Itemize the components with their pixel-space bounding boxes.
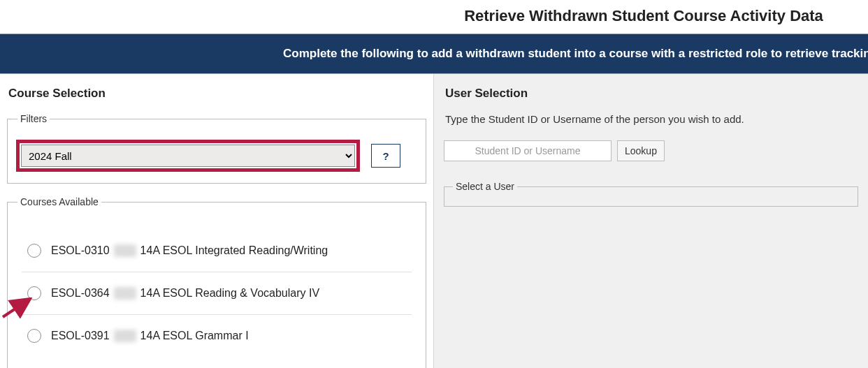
filters-fieldset: Filters 2024 Fall ?	[7, 113, 426, 184]
question-icon: ?	[382, 150, 389, 162]
course-list: ESOL-0310 14A ESOL Integrated Reading/Wr…	[16, 230, 417, 357]
select-user-fieldset: Select a User	[444, 181, 858, 207]
course-selection-panel: Course Selection Filters 2024 Fall ? Cou…	[0, 74, 433, 368]
student-id-input[interactable]	[444, 140, 612, 161]
page-title: Retrieve Withdrawn Student Course Activi…	[419, 0, 868, 34]
term-select[interactable]: 2024 Fall	[21, 145, 355, 167]
course-code: ESOL-0364	[51, 287, 110, 300]
lookup-row: Lookup	[444, 140, 858, 161]
course-title: 14A ESOL Integrated Reading/Writing	[140, 244, 328, 257]
term-select-highlight: 2024 Fall	[16, 140, 360, 172]
instruction-banner: Complete the following to add a withdraw…	[0, 34, 868, 74]
filters-row: 2024 Fall ?	[16, 140, 417, 172]
course-code: ESOL-0391	[51, 330, 110, 342]
course-selection-heading: Course Selection	[8, 87, 426, 101]
course-info: ESOL-0310 14A ESOL Integrated Reading/Wr…	[51, 244, 328, 257]
user-selection-instruction: Type the Student ID or Username of the p…	[445, 113, 858, 125]
course-row[interactable]: ESOL-0310 14A ESOL Integrated Reading/Wr…	[22, 230, 412, 272]
main-columns: Course Selection Filters 2024 Fall ? Cou…	[0, 74, 868, 368]
course-info: ESOL-0391 14A ESOL Grammar I	[51, 330, 249, 342]
redacted-section	[114, 330, 136, 342]
user-selection-heading: User Selection	[445, 87, 858, 101]
redacted-section	[114, 287, 136, 300]
course-code: ESOL-0310	[51, 244, 110, 257]
filters-legend: Filters	[17, 113, 50, 124]
course-radio[interactable]	[27, 329, 41, 343]
course-row[interactable]: ESOL-0391 14A ESOL Grammar I	[22, 315, 412, 357]
courses-available-legend: Courses Available	[17, 196, 101, 207]
course-radio[interactable]	[27, 244, 41, 258]
redacted-section	[114, 244, 136, 257]
courses-available-fieldset: Courses Available ESOL-0310 14A ESOL Int…	[7, 196, 426, 368]
course-info: ESOL-0364 14A ESOL Reading & Vocabulary …	[51, 287, 319, 300]
select-user-legend: Select a User	[453, 181, 517, 192]
course-title: 14A ESOL Grammar I	[140, 330, 249, 342]
lookup-button[interactable]: Lookup	[617, 140, 665, 161]
course-radio[interactable]	[27, 286, 41, 300]
user-selection-panel: User Selection Type the Student ID or Us…	[433, 74, 868, 368]
course-title: 14A ESOL Reading & Vocabulary IV	[140, 287, 319, 300]
help-button[interactable]: ?	[371, 144, 400, 168]
course-row[interactable]: ESOL-0364 14A ESOL Reading & Vocabulary …	[22, 272, 412, 315]
